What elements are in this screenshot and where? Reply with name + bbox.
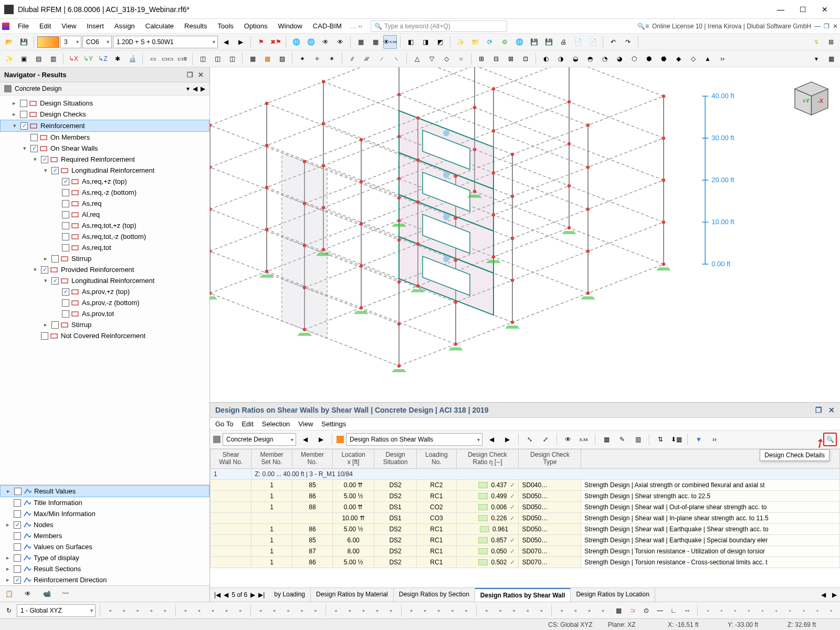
bt-ortho[interactable]: ∟ [668, 604, 679, 617]
tb-grid2[interactable]: ▦ [369, 35, 382, 49]
menu-more-icon[interactable]: … ›› [347, 20, 365, 32]
tb2-o3[interactable]: ⊠ [504, 52, 518, 66]
tb-doc2[interactable]: 📄 [586, 35, 600, 49]
menu-calculate[interactable]: Calculate [140, 20, 179, 32]
results-table-next[interactable]: ▶ [500, 433, 514, 446]
tb2-p9[interactable]: ⬣ [657, 52, 670, 66]
bt-tool-30[interactable]: ▫ [556, 604, 568, 617]
tb2-n4[interactable]: ○ [454, 52, 468, 66]
tb-new[interactable]: ✨ [454, 35, 467, 49]
bt-reset[interactable]: ↻ [3, 604, 15, 617]
checkbox[interactable] [20, 100, 27, 107]
lower-tree-item[interactable]: ▸ Reinforcement Direction [0, 574, 209, 585]
checkbox[interactable] [20, 122, 28, 130]
checkbox[interactable] [62, 233, 69, 240]
nav-tab-video[interactable]: 📹 [40, 588, 54, 600]
tb2-star3[interactable]: ✶ [325, 52, 339, 66]
navigator-tree[interactable]: ▸ Design Situations ▸ Design Checks ▾ Re… [0, 96, 209, 485]
checkbox[interactable] [14, 543, 21, 551]
mdi-close[interactable]: ✕ [833, 23, 838, 30]
tb2-m4[interactable]: ⟍ [390, 52, 403, 66]
checkbox[interactable] [51, 277, 59, 285]
tree-item[interactable]: As,req,tot,-z (bottom) [0, 231, 209, 242]
tree-item[interactable]: ▾ Required Reinforcement [0, 154, 209, 165]
tb-save[interactable]: 💾 [17, 35, 30, 49]
caret-icon[interactable]: ▾ [11, 122, 18, 129]
table-row[interactable]: 1880.00 ⇈DS1CO2 0.006 ✓SD050… Strength D… [211, 501, 840, 512]
results-menu-settings[interactable]: Settings [321, 420, 346, 428]
rtb-table[interactable]: ▦ [600, 433, 613, 446]
lower-tree-item[interactable]: ▸ Result Values [0, 485, 209, 497]
tb2-p8[interactable]: ⬢ [642, 52, 656, 66]
bt-tool-27[interactable]: ▫ [508, 604, 520, 617]
bt-tool-4[interactable]: ▫ [159, 604, 171, 617]
bt-tool-7[interactable]: ▫ [207, 604, 219, 617]
caret-icon[interactable]: ▸ [10, 111, 18, 118]
tree-item[interactable]: As,req,tot [0, 242, 209, 253]
tb2-o1[interactable]: ⊞ [475, 52, 488, 66]
tb-save3[interactable]: 💾 [542, 35, 555, 49]
tb-cursor-yellow[interactable]: ↯ [810, 35, 823, 49]
bt-tool-11[interactable]: ▫ [269, 604, 280, 617]
tree-item[interactable]: On Members [0, 132, 209, 143]
table-row[interactable]: 1878.00DS2RC1 0.050 ✓SD070… Strength Des… [211, 545, 840, 556]
results-tab[interactable]: Design Ratios by Material [311, 588, 394, 602]
col-header[interactable]: ShearWall No. [211, 449, 251, 469]
results-tab[interactable]: Design Ratios by Shear Wall [475, 588, 571, 602]
rtb-export[interactable]: ⬇▦ [669, 433, 683, 446]
bt-tool-31[interactable]: ▫ [570, 604, 581, 617]
tree-item[interactable]: Not Covered Reinforcement [0, 330, 209, 341]
search-toggle-icon[interactable]: 🔍≡ [637, 23, 649, 30]
rtb-more[interactable]: ›› [708, 433, 721, 446]
bt-tool-32[interactable]: ▫ [584, 604, 595, 617]
tree-item[interactable]: As,req,-z (bottom) [0, 187, 209, 198]
tb-cube3[interactable]: ◩ [433, 35, 447, 49]
bt-opt-4[interactable]: ◦ [757, 604, 769, 617]
tree-item[interactable]: As,prov,tot [0, 308, 209, 319]
checkbox[interactable] [14, 499, 21, 507]
menu-tools[interactable]: Tools [212, 20, 238, 32]
tb2-axis-y[interactable]: ↳Y [81, 52, 95, 66]
lower-tree-item[interactable]: Title Information [0, 497, 209, 508]
results-module-prev[interactable]: ◀ [298, 433, 312, 446]
tb2-m2[interactable]: ⫻ [360, 52, 374, 66]
window-close[interactable]: ✕ [814, 2, 836, 17]
tb-refresh[interactable]: ⟳ [483, 35, 497, 49]
window-minimize[interactable]: — [770, 2, 792, 17]
bt-opt-6[interactable]: ◦ [784, 604, 796, 617]
bt-snap-magnet[interactable]: ⊃ [627, 604, 638, 617]
tb2-surf-b[interactable]: ◫ [211, 52, 224, 66]
nav-tab-data[interactable]: 📋 [2, 588, 16, 600]
cs-combo[interactable]: 1 - Global XYZ [17, 604, 96, 617]
tb-doc[interactable]: 📄 [571, 35, 585, 49]
load-number-combo[interactable]: 3 [60, 36, 81, 48]
tb2-members[interactable]: ▭▭ [161, 52, 174, 66]
tree-item[interactable]: Al,req [0, 209, 209, 220]
tree-item[interactable]: ▾ Provided Reinforcement [0, 264, 209, 275]
lower-tree-item[interactable]: Members [0, 530, 209, 541]
bt-opt-9[interactable]: ◦ [825, 604, 837, 617]
design-check-details-button[interactable]: 🔍 [823, 433, 837, 446]
bt-tool-25[interactable]: ▫ [481, 604, 492, 617]
checkbox[interactable] [41, 332, 48, 340]
tb2-m1[interactable]: ⫽ [345, 52, 359, 66]
bt-tool-13[interactable]: ▫ [296, 604, 308, 617]
bt-opt-3[interactable]: ◦ [743, 604, 755, 617]
table-row[interactable]: 1865.00 ½DS2RC1 0.502 ✓SD070… Strength D… [211, 556, 840, 568]
caret-icon[interactable]: ▾ [32, 266, 39, 273]
bt-tool-28[interactable]: ▫ [522, 604, 533, 617]
tb-grid[interactable]: ▦ [354, 35, 368, 49]
tb2-axis-z[interactable]: ↳Z [96, 52, 110, 66]
rtb-select-b[interactable]: ⤢ [539, 433, 552, 446]
checkbox[interactable] [62, 299, 69, 307]
bt-tool-12[interactable]: ▫ [282, 604, 294, 617]
tb2-p5[interactable]: ◔ [598, 52, 612, 66]
navigator-close-icon[interactable]: ✕ [196, 70, 205, 79]
col-header[interactable]: LoadingNo. [417, 449, 457, 469]
table-row[interactable]: 1865.00 ½DS2RC1 0.499 ✓SD050… Strength D… [211, 490, 840, 501]
menu-insert[interactable]: Insert [81, 20, 109, 32]
checkbox[interactable] [51, 255, 59, 262]
checkbox[interactable] [62, 222, 69, 229]
bt-snap-node[interactable]: ⊙ [640, 604, 652, 617]
tb2-star[interactable]: ✦ [296, 52, 309, 66]
